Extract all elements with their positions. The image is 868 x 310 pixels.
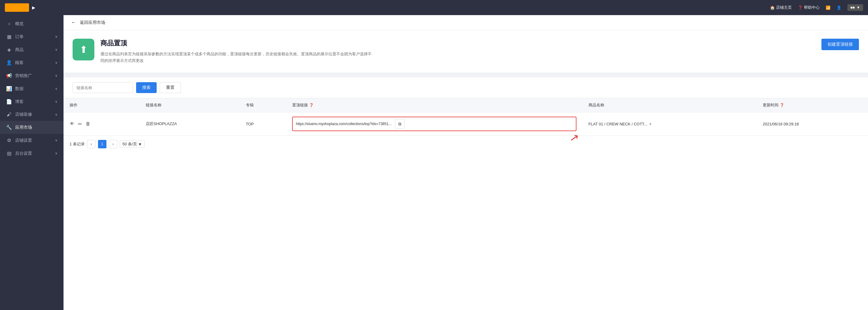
sidebar-item-orders[interactable]: ▦ 订单 ∨ bbox=[0, 30, 63, 43]
sidebar-item-customers[interactable]: 👤 顾客 ∨ bbox=[0, 56, 63, 69]
per-page-chevron: ▼ bbox=[138, 142, 142, 146]
update-time-cell: 2021/06/16 09:29:18 bbox=[757, 112, 868, 136]
store-switcher[interactable]: ■■ ▼ bbox=[847, 4, 863, 11]
product-chevron-icon[interactable]: ∨ bbox=[649, 122, 652, 126]
app-description: 通过在商品列表页为链接添加参数的方法实现置顶某个或多个商品的功能，置顶链接每次更… bbox=[100, 51, 373, 64]
create-top-link-button[interactable]: 创建置顶链接 bbox=[822, 39, 859, 50]
col-action: 操作 bbox=[63, 98, 140, 112]
content-area: ← 返回应用市场 ⬆ 商品置顶 通过在商品列表页为链接添加参数的方法实现置顶某个… bbox=[63, 15, 868, 310]
help-center-link[interactable]: ❓ 帮助中心 bbox=[798, 5, 819, 10]
topbar-right: 🏠 店铺主页 ❓ 帮助中心 📶 👤 ■■ ▼ bbox=[770, 4, 863, 11]
customers-chevron: ∨ bbox=[55, 61, 58, 65]
table-wrapper: 操作 链接名称 专辑 置顶链接 ❓ 商品名称 bbox=[63, 98, 868, 310]
sidebar-item-data[interactable]: 📊 数据 ∨ bbox=[0, 82, 63, 95]
products-chevron: ∨ bbox=[55, 48, 58, 52]
product-cell-wrapper: FLAT 01 / CREW NECK / COTT... ∨ bbox=[589, 122, 751, 126]
sidebar-item-backend-settings[interactable]: ▤ 后台设置 ∨ bbox=[0, 147, 63, 160]
backend-settings-chevron: ∨ bbox=[55, 151, 58, 155]
sidebar-item-app-market[interactable]: 🔧 应用市场 bbox=[0, 121, 63, 134]
store-home-link[interactable]: 🏠 店铺主页 bbox=[770, 5, 792, 10]
col-update-time: 更新时间 ❓ bbox=[757, 98, 868, 112]
back-button[interactable]: ← bbox=[71, 19, 76, 26]
marketing-chevron: ∨ bbox=[55, 74, 58, 78]
next-page-button[interactable]: › bbox=[109, 140, 117, 148]
sidebar-label-marketing: 营销推广 bbox=[15, 73, 52, 78]
backend-settings-icon: ▤ bbox=[6, 150, 12, 156]
products-icon: ◈ bbox=[6, 47, 12, 53]
topbar-expand-icon[interactable]: ▶ bbox=[32, 5, 35, 10]
sidebar-label-products: 商品 bbox=[15, 47, 52, 53]
topbar-logo bbox=[5, 3, 29, 12]
search-input[interactable] bbox=[72, 82, 133, 93]
sidebar-label-orders: 订单 bbox=[15, 34, 52, 40]
link-name-cell: 店匠SHOPLAZZA bbox=[140, 112, 240, 136]
col-album: 专辑 bbox=[240, 98, 286, 112]
sidebar-item-overview[interactable]: ○ 概览 bbox=[0, 18, 63, 30]
copy-url-button[interactable]: ⧉ bbox=[395, 119, 405, 129]
sidebar-item-products[interactable]: ◈ 商品 ∨ bbox=[0, 43, 63, 56]
search-button[interactable]: 搜索 bbox=[136, 82, 157, 93]
sidebar-label-blog: 博客 bbox=[15, 99, 52, 105]
app-market-icon: 🔧 bbox=[6, 125, 12, 130]
sidebar: ○ 概览 ▦ 订单 ∨ ◈ 商品 ∨ 👤 顾客 ∨ 📢 营销推广 ∨ 📊 数据 … bbox=[0, 15, 63, 310]
sidebar-item-store-settings[interactable]: ⚙ 店铺设置 ∨ bbox=[0, 134, 63, 147]
sidebar-label-customers: 顾客 bbox=[15, 60, 52, 66]
store-settings-icon: ⚙ bbox=[6, 137, 12, 143]
top-link-help-icon[interactable]: ❓ bbox=[309, 103, 314, 107]
app-icon: ⬆ bbox=[72, 39, 94, 61]
user-icon[interactable]: 👤 bbox=[837, 5, 841, 10]
action-cell: 👁 ✏ 🗑 bbox=[63, 112, 140, 136]
search-section: 搜索 重置 bbox=[63, 77, 868, 98]
delete-icon[interactable]: 🗑 bbox=[86, 121, 90, 127]
store-design-chevron: ∨ bbox=[55, 113, 58, 116]
app-detail-section: ⬆ 商品置顶 通过在商品列表页为链接添加参数的方法实现置顶某个或多个商品的功能，… bbox=[63, 30, 868, 72]
app-title: 商品置顶 bbox=[100, 39, 815, 48]
product-name-cell: FLAT 01 / CREW NECK / COTT... ∨ bbox=[583, 112, 757, 136]
wifi-icon: 📶 bbox=[826, 5, 831, 10]
pagination-row: 1 条记录 ‹ 1 › 50 条/页 ▼ bbox=[63, 136, 868, 152]
sidebar-item-store-design[interactable]: 🖌 店铺装修 ∨ bbox=[0, 108, 63, 121]
sidebar-label-overview: 概览 bbox=[15, 21, 58, 27]
sidebar-item-marketing[interactable]: 📢 营销推广 ∨ bbox=[0, 69, 63, 82]
update-time-help-icon[interactable]: ❓ bbox=[780, 103, 784, 107]
links-table: 操作 链接名称 专辑 置顶链接 ❓ 商品名称 bbox=[63, 98, 868, 136]
reset-button[interactable]: 重置 bbox=[160, 82, 181, 93]
main-layout: ○ 概览 ▦ 订单 ∨ ◈ 商品 ∨ 👤 顾客 ∨ 📢 营销推广 ∨ 📊 数据 … bbox=[0, 15, 868, 310]
col-link-name: 链接名称 bbox=[140, 98, 240, 112]
sidebar-label-backend-settings: 后台设置 bbox=[15, 151, 52, 156]
top-link-cell: https://slueno.myshoplaza.com/collection… bbox=[286, 112, 582, 136]
overview-icon: ○ bbox=[6, 21, 12, 27]
col-product-name: 商品名称 bbox=[583, 98, 757, 112]
url-text: https://slueno.myshoplaza.com/collection… bbox=[296, 122, 393, 126]
orders-chevron: ∨ bbox=[55, 35, 58, 39]
orders-icon: ▦ bbox=[6, 34, 12, 40]
prev-page-button[interactable]: ‹ bbox=[87, 140, 96, 148]
sidebar-label-store-settings: 店铺设置 bbox=[15, 138, 52, 143]
view-icon[interactable]: 👁 bbox=[69, 121, 74, 127]
data-chevron: ∨ bbox=[55, 87, 58, 91]
topbar-left: ▶ bbox=[5, 3, 35, 12]
blog-chevron: ∨ bbox=[55, 100, 58, 104]
copy-icon: ⧉ bbox=[398, 122, 401, 127]
blog-icon: 📄 bbox=[6, 99, 12, 105]
url-cell-wrapper: https://slueno.myshoplaza.com/collection… bbox=[292, 116, 576, 131]
edit-icon[interactable]: ✏ bbox=[78, 121, 82, 127]
back-label[interactable]: 返回应用市场 bbox=[80, 20, 105, 25]
content-header: ← 返回应用市场 bbox=[63, 15, 868, 30]
album-cell: TOP bbox=[240, 112, 286, 136]
customers-icon: 👤 bbox=[6, 60, 12, 66]
table-body: 👁 ✏ 🗑 店匠SHOPLAZZA TOP bbox=[63, 112, 868, 136]
sidebar-item-blog[interactable]: 📄 博客 ∨ bbox=[0, 95, 63, 108]
store-design-icon: 🖌 bbox=[6, 112, 12, 117]
store-settings-chevron: ∨ bbox=[55, 138, 58, 142]
sidebar-label-store-design: 店铺装修 bbox=[15, 112, 52, 117]
per-page-selector[interactable]: 50 条/页 ▼ bbox=[120, 140, 145, 148]
page-1-button[interactable]: 1 bbox=[98, 140, 106, 148]
action-icons-group: 👁 ✏ 🗑 bbox=[69, 121, 134, 127]
sidebar-label-data: 数据 bbox=[15, 86, 52, 92]
col-top-link: 置顶链接 ❓ bbox=[286, 98, 582, 112]
total-records: 1 条记录 bbox=[69, 141, 85, 147]
table-header: 操作 链接名称 专辑 置顶链接 ❓ 商品名称 bbox=[63, 98, 868, 112]
app-info: 商品置顶 通过在商品列表页为链接添加参数的方法实现置顶某个或多个商品的功能，置顶… bbox=[100, 39, 815, 64]
table-row: 👁 ✏ 🗑 店匠SHOPLAZZA TOP bbox=[63, 112, 868, 136]
